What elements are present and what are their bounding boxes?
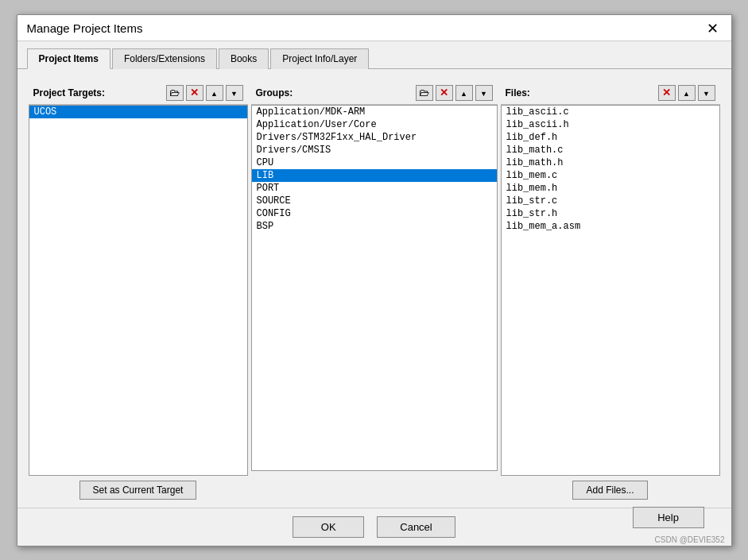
list-item[interactable]: lib_str.c — [502, 195, 719, 207]
list-item[interactable]: lib_mem.c — [502, 169, 719, 182]
list-item[interactable]: LIB — [252, 169, 497, 182]
targets-up-button[interactable] — [206, 85, 223, 101]
tab-bar: Project Items Folders/Extensions Books P… — [17, 41, 731, 69]
targets-action-area: Set as Current Target — [29, 476, 248, 500]
list-item[interactable]: Drivers/STM32F1xx_HAL_Driver — [252, 131, 497, 144]
tab-project-info-layer[interactable]: Project Info/Layer — [270, 48, 369, 69]
list-item[interactable]: lib_mem.h — [502, 182, 719, 195]
watermark: CSDN @DEVIE352 — [655, 535, 725, 544]
groups-up-button[interactable] — [455, 85, 473, 101]
files-delete-button[interactable]: ✕ — [658, 85, 676, 101]
groups-delete-button[interactable]: ✕ — [436, 85, 453, 101]
targets-panel: Project Targets: 🗁 ✕ — [29, 82, 248, 500]
down-arrow-icon — [231, 88, 238, 98]
targets-delete-button[interactable]: ✕ — [186, 85, 203, 101]
groups-panel-title: Groups: — [256, 87, 413, 98]
targets-panel-title: Project Targets: — [33, 87, 164, 98]
tab-books[interactable]: Books — [219, 48, 269, 69]
list-item[interactable]: lib_math.h — [502, 156, 719, 169]
help-button[interactable]: Help — [633, 507, 704, 528]
up-arrow-icon — [460, 88, 467, 98]
list-item[interactable]: lib_mem_a.asm — [502, 220, 719, 233]
files-panel-wrap: Files: ✕ lib_ascii.c lib_ascii.h — [501, 82, 720, 500]
files-down-button[interactable] — [698, 85, 715, 101]
ok-button[interactable]: OK — [293, 516, 364, 538]
groups-list[interactable]: Application/MDK-ARM Application/User/Cor… — [251, 105, 498, 471]
targets-panel-wrap: Project Targets: 🗁 ✕ — [29, 82, 248, 500]
files-panel: Files: ✕ lib_ascii.c lib_ascii.h — [501, 82, 720, 500]
title-bar: Manage Project Items ✕ — [17, 15, 731, 41]
tab-project-items[interactable]: Project Items — [27, 48, 110, 69]
targets-panel-header: Project Targets: 🗁 ✕ — [29, 82, 248, 105]
footer-buttons: OK Cancel — [293, 516, 455, 538]
files-list[interactable]: lib_ascii.c lib_ascii.h lib_def.h lib_ma… — [501, 105, 720, 476]
list-item[interactable]: CONFIG — [252, 207, 497, 220]
list-item[interactable]: lib_str.h — [502, 207, 719, 220]
up-arrow-icon — [211, 88, 218, 98]
list-item[interactable]: lib_def.h — [502, 131, 719, 144]
list-item[interactable]: SOURCE — [252, 195, 497, 207]
files-action-area: Add Files... — [501, 476, 720, 500]
footer: OK Cancel Help CSDN @DEVIE352 — [17, 508, 731, 546]
groups-new-button[interactable]: 🗁 — [416, 85, 433, 101]
dialog-title: Manage Project Items — [27, 21, 143, 35]
down-arrow-icon — [703, 88, 710, 98]
set-current-target-button[interactable]: Set as Current Target — [79, 481, 197, 500]
manage-project-items-dialog: Manage Project Items ✕ Project Items Fol… — [17, 14, 732, 546]
files-panel-title: Files: — [506, 87, 656, 98]
delete-icon: ✕ — [440, 87, 448, 98]
list-item[interactable]: Drivers/CMSIS — [252, 144, 497, 156]
down-arrow-icon — [480, 88, 487, 98]
new-folder-icon: 🗁 — [169, 87, 180, 98]
list-item[interactable]: CPU — [252, 156, 497, 169]
main-content: Project Targets: 🗁 ✕ — [17, 69, 731, 508]
files-panel-header: Files: ✕ — [501, 82, 720, 105]
tab-folders-extensions[interactable]: Folders/Extensions — [112, 48, 217, 69]
panels-row: Project Targets: 🗁 ✕ — [29, 82, 720, 500]
targets-new-button[interactable]: 🗁 — [166, 85, 184, 101]
list-item[interactable]: Application/User/Core — [252, 118, 497, 131]
targets-list[interactable]: UCOS — [29, 105, 248, 476]
list-item[interactable]: PORT — [252, 182, 497, 195]
delete-icon: ✕ — [190, 87, 199, 98]
files-up-button[interactable] — [678, 85, 696, 101]
list-item[interactable]: UCOS — [29, 106, 247, 118]
new-folder-icon: 🗁 — [419, 87, 429, 98]
groups-panel-wrap: Groups: 🗁 ✕ — [251, 82, 498, 500]
list-item[interactable]: BSP — [252, 220, 497, 233]
close-button[interactable]: ✕ — [703, 21, 722, 36]
groups-panel: Groups: 🗁 ✕ — [251, 82, 498, 500]
list-item[interactable]: lib_math.c — [502, 144, 719, 156]
add-files-button[interactable]: Add Files... — [572, 481, 647, 500]
groups-down-button[interactable] — [475, 85, 493, 101]
delete-icon: ✕ — [662, 87, 671, 98]
groups-panel-header: Groups: 🗁 ✕ — [251, 82, 498, 105]
list-item[interactable]: lib_ascii.h — [502, 118, 719, 131]
cancel-button[interactable]: Cancel — [377, 516, 455, 538]
groups-action-area — [251, 471, 498, 500]
list-item[interactable]: lib_ascii.c — [502, 106, 719, 118]
targets-down-button[interactable] — [226, 85, 243, 101]
list-item[interactable]: Application/MDK-ARM — [252, 106, 497, 118]
up-arrow-icon — [683, 88, 690, 98]
